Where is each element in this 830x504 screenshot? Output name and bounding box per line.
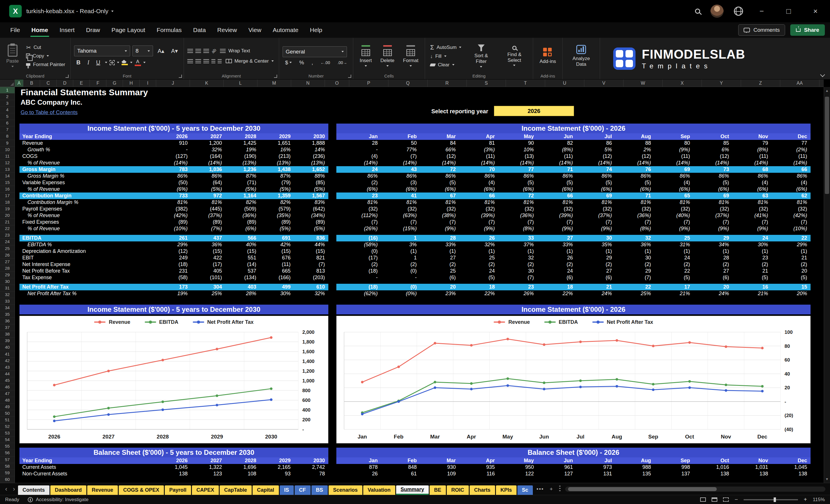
cell[interactable]: 31% xyxy=(655,242,694,248)
row-header-37[interactable]: 37 xyxy=(0,324,14,331)
align-top-icon[interactable] xyxy=(187,49,193,53)
row-header-13[interactable]: 13 xyxy=(0,166,14,173)
cell[interactable]: 67 xyxy=(420,192,459,199)
table-col-header[interactable]: 2027 xyxy=(191,133,225,140)
table-col-header[interactable]: Feb xyxy=(381,133,420,140)
share-button[interactable]: Share xyxy=(790,24,825,36)
table-header-label[interactable] xyxy=(337,133,342,140)
cell[interactable]: 1,438 xyxy=(260,166,294,173)
cell[interactable]: 77 xyxy=(498,166,537,173)
percent-style-button[interactable]: % xyxy=(296,60,307,66)
cell[interactable]: 24% xyxy=(576,290,615,297)
row-header-31[interactable]: 31 xyxy=(0,285,14,291)
column-header-t[interactable]: T xyxy=(506,80,545,87)
table-col-header[interactable]: Jan xyxy=(342,133,381,140)
row-label-cell[interactable] xyxy=(337,248,342,255)
page-layout-view-icon[interactable] xyxy=(711,497,717,502)
sort-filter-button[interactable]: Sort & Filter xyxy=(466,44,496,68)
cell[interactable]: (8%) xyxy=(732,147,772,153)
new-sheet-button[interactable]: + xyxy=(547,486,556,492)
cell[interactable]: 23 xyxy=(498,284,537,290)
row-header-57[interactable]: 57 xyxy=(0,456,14,463)
table-col-header[interactable]: 2027 xyxy=(191,458,225,464)
cell[interactable]: (37%) xyxy=(191,212,225,219)
cell[interactable]: 21 xyxy=(772,255,811,261)
column-header-u[interactable]: U xyxy=(545,80,584,87)
cell[interactable]: (6%) xyxy=(157,186,191,192)
table-col-header[interactable]: Jan xyxy=(342,458,381,464)
cell[interactable]: (58) xyxy=(157,274,191,281)
globe-icon[interactable] xyxy=(734,7,743,16)
row-label-cell[interactable] xyxy=(337,192,342,199)
cell[interactable]: (17) xyxy=(342,255,381,261)
cell[interactable]: (1) xyxy=(694,248,733,255)
cell[interactable]: (63%) xyxy=(381,212,420,219)
cell[interactable]: (14%) xyxy=(772,160,811,166)
cell[interactable]: 66 xyxy=(772,166,811,173)
cell[interactable]: (14%) xyxy=(576,160,615,166)
cell[interactable]: (89) xyxy=(294,219,328,225)
cell[interactable]: (10%) xyxy=(772,225,811,232)
cell[interactable]: 32 xyxy=(498,255,537,261)
horizontal-scrollbar-thumb[interactable] xyxy=(568,487,717,491)
row-header-29[interactable]: 29 xyxy=(0,272,14,278)
cell[interactable]: 66 xyxy=(537,192,577,199)
cell[interactable]: 973 xyxy=(576,464,615,471)
table-col-header[interactable]: Jun xyxy=(537,133,577,140)
cell[interactable]: 30 xyxy=(498,268,537,274)
cell[interactable]: 69 xyxy=(694,192,733,199)
row-header-11[interactable]: 11 xyxy=(0,153,14,160)
row-header-4[interactable]: 4 xyxy=(0,107,14,113)
cell[interactable]: 10% xyxy=(498,147,537,153)
cell[interactable]: 71 xyxy=(615,192,655,199)
row-header-33[interactable]: 33 xyxy=(0,298,14,305)
table-of-contents-link[interactable]: Go to Table of Contents xyxy=(21,109,77,116)
cell[interactable]: 30% xyxy=(732,242,772,248)
row-header-16[interactable]: 16 xyxy=(0,186,14,192)
cell[interactable]: (4) xyxy=(732,179,772,186)
cell[interactable]: 813 xyxy=(294,268,328,274)
cell[interactable]: 25 xyxy=(420,268,459,274)
cell[interactable]: (6%) xyxy=(459,186,499,192)
cell[interactable]: 72 xyxy=(498,192,537,199)
cell[interactable]: 28 xyxy=(342,140,381,147)
cell[interactable]: 25% xyxy=(191,290,225,297)
cell[interactable]: (2) xyxy=(498,261,537,268)
reporting-year-input[interactable]: 2026 xyxy=(494,106,574,116)
row-label-cell[interactable] xyxy=(337,274,342,281)
cell[interactable]: 138 xyxy=(157,471,191,477)
cell[interactable]: 29 xyxy=(694,235,733,242)
cell[interactable]: 82% xyxy=(225,199,260,206)
cell[interactable]: (12) xyxy=(694,153,733,160)
cell[interactable]: 81% xyxy=(157,199,191,206)
row-label-cell[interactable]: Contribution Margin % xyxy=(20,199,157,206)
cell[interactable]: 1,036 xyxy=(191,166,225,173)
cell[interactable]: 50 xyxy=(381,140,420,147)
table-col-header[interactable]: Apr xyxy=(459,133,499,140)
cell[interactable]: (15) xyxy=(294,248,328,255)
cell[interactable]: (5%) xyxy=(294,225,328,232)
row-header-56[interactable]: 56 xyxy=(0,450,14,456)
cell[interactable]: 83% xyxy=(294,199,328,206)
number-format-select[interactable]: General xyxy=(283,46,347,57)
cell[interactable]: 405 xyxy=(191,268,225,274)
cell[interactable]: 122 xyxy=(498,471,537,477)
cell[interactable]: 2,742 xyxy=(294,464,328,471)
cell[interactable]: 23 xyxy=(342,192,381,199)
cell[interactable]: (7) xyxy=(537,219,577,225)
row-label-cell[interactable]: % of Revenue xyxy=(20,186,157,192)
decrease-font-size-button[interactable]: A▾ xyxy=(169,47,180,55)
cell[interactable]: 29% xyxy=(157,242,191,248)
cell[interactable]: (0%) xyxy=(381,290,420,297)
cell[interactable]: 61 xyxy=(381,471,420,477)
cell[interactable]: (6%) xyxy=(225,225,260,232)
cell[interactable]: 84 xyxy=(420,140,459,147)
row-header-26[interactable]: 26 xyxy=(0,252,14,259)
search-icon[interactable] xyxy=(695,8,700,14)
cell[interactable]: (5%) xyxy=(191,186,225,192)
decrease-decimal-button[interactable]: .00→ xyxy=(335,60,350,65)
cell[interactable]: 21 xyxy=(732,268,772,274)
cell[interactable]: 86% xyxy=(655,173,694,179)
row-header-10[interactable]: 10 xyxy=(0,147,14,153)
cell[interactable]: (509) xyxy=(225,206,260,212)
